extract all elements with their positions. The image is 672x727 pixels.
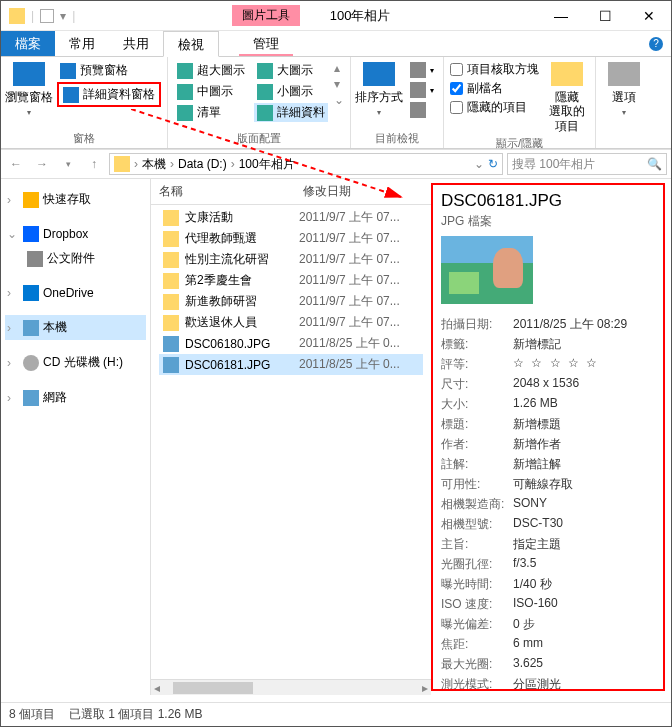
property-value[interactable]: 可離線存取 (513, 476, 573, 493)
file-row[interactable]: 性別主流化研習 2011/9/7 上午 07... (159, 249, 423, 270)
file-row[interactable]: 文康活動 2011/9/7 上午 07... (159, 207, 423, 228)
nav-network[interactable]: ›網路 (5, 385, 146, 410)
property-value[interactable]: 新增註解 (513, 456, 561, 473)
window-controls: — ☐ ✕ (539, 2, 671, 30)
property-value[interactable]: ☆ ☆ ☆ ☆ ☆ (513, 356, 599, 373)
file-row[interactable]: 歡送退休人員 2011/9/7 上午 07... (159, 312, 423, 333)
crumb-folder[interactable]: 100年相片 (239, 156, 295, 173)
properties-icon[interactable] (40, 9, 54, 23)
refresh-icon[interactable]: ↻ (488, 157, 498, 171)
checkboxes-toggle[interactable]: 項目核取方塊 (450, 61, 539, 78)
forward-button[interactable]: → (31, 153, 53, 175)
preview-pane-button[interactable]: 預覽窗格 (57, 61, 161, 80)
qat-chevron-icon[interactable]: ▾ (60, 9, 66, 23)
property-value[interactable]: 6 mm (513, 636, 543, 653)
scrollbar-thumb[interactable] (173, 682, 253, 694)
property-value[interactable]: 2048 x 1536 (513, 376, 579, 393)
property-row: 主旨:指定主題 (441, 534, 655, 554)
tab-file[interactable]: 檔案 (1, 31, 55, 56)
property-row: 可用性:可離線存取 (441, 474, 655, 494)
status-selection: 已選取 1 個項目 1.26 MB (69, 706, 202, 723)
hidden-items-toggle[interactable]: 隱藏的項目 (450, 99, 539, 116)
window-title: 100年相片 (330, 7, 391, 25)
property-value[interactable]: 新增標記 (513, 336, 561, 353)
close-button[interactable]: ✕ (627, 2, 671, 30)
property-key: 曝光時間: (441, 576, 513, 593)
qat-sep2: | (72, 9, 75, 23)
up-button[interactable]: ↑ (83, 153, 105, 175)
property-value[interactable]: 3.625 (513, 656, 543, 673)
property-value[interactable]: 1.26 MB (513, 396, 558, 413)
property-value[interactable]: DSC-T30 (513, 516, 563, 533)
property-key: 拍攝日期: (441, 316, 513, 333)
col-modified[interactable]: 修改日期 (303, 183, 423, 200)
file-row[interactable]: DSC06180.JPG 2011/8/25 上午 0... (159, 333, 423, 354)
small-icons-button[interactable]: 小圖示 (254, 82, 328, 101)
tab-manage[interactable]: 管理 (239, 31, 293, 56)
sort-button[interactable]: 排序方式 ▾ (357, 61, 401, 119)
property-value[interactable]: ISO-160 (513, 596, 558, 613)
crumb-pc[interactable]: 本機 (142, 156, 166, 173)
nav-onedrive[interactable]: ›OneDrive (5, 281, 146, 305)
property-value[interactable]: 2011/8/25 上午 08:29 (513, 316, 627, 333)
horizontal-scrollbar[interactable]: ◂ ▸ (151, 679, 431, 695)
scroll-down-icon[interactable]: ▾ (334, 77, 344, 91)
file-row[interactable]: 代理教師甄選 2011/9/7 上午 07... (159, 228, 423, 249)
size-columns-button[interactable] (407, 101, 437, 119)
breadcrumb[interactable]: › 本機 › Data (D:) › 100年相片 ⌄ ↻ (109, 153, 503, 175)
nav-pane-button[interactable]: 瀏覽窗格 ▾ (7, 61, 51, 119)
file-name: 第2季慶生會 (185, 272, 299, 289)
property-value[interactable]: 分區測光 (513, 676, 561, 692)
file-row[interactable]: 第2季慶生會 2011/9/7 上午 07... (159, 270, 423, 291)
property-value[interactable]: 0 步 (513, 616, 535, 633)
maximize-button[interactable]: ☐ (583, 2, 627, 30)
chevron-down-icon: ▾ (377, 108, 381, 118)
folder-icon (114, 156, 130, 172)
col-name[interactable]: 名稱 (159, 183, 303, 200)
group-by-button[interactable]: ▾ (407, 61, 437, 79)
file-list-body[interactable]: 文康活動 2011/9/7 上午 07... 代理教師甄選 2011/9/7 上… (151, 205, 431, 679)
list-button[interactable]: 清單 (174, 103, 248, 122)
details-view-button[interactable]: 詳細資料 (254, 103, 328, 122)
crumb-drive[interactable]: Data (D:) (178, 157, 227, 171)
property-value[interactable]: 1/40 秒 (513, 576, 552, 593)
tab-view[interactable]: 檢視 (163, 31, 219, 57)
property-value[interactable]: 新增標題 (513, 416, 561, 433)
expand-icon[interactable]: ⌄ (334, 93, 344, 107)
search-input[interactable]: 搜尋 100年相片 🔍 (507, 153, 667, 175)
file-row[interactable]: DSC06181.JPG 2011/8/25 上午 0... (159, 354, 423, 375)
options-button[interactable]: 選項 ▾ (602, 61, 646, 119)
file-row[interactable]: 新進教師研習 2011/9/7 上午 07... (159, 291, 423, 312)
large-icons-button[interactable]: 大圖示 (254, 61, 328, 80)
help-icon[interactable]: ? (649, 37, 663, 51)
medium-icons-button[interactable]: 中圖示 (174, 82, 248, 101)
property-value[interactable]: 新增作者 (513, 436, 561, 453)
property-value[interactable]: SONY (513, 496, 547, 513)
extra-large-icons-button[interactable]: 超大圖示 (174, 61, 248, 80)
tab-share[interactable]: 共用 (109, 31, 163, 56)
extensions-toggle[interactable]: 副檔名 (450, 80, 539, 97)
nav-pc[interactable]: ›本機 (5, 315, 146, 340)
nav-cd[interactable]: ›CD 光碟機 (H:) (5, 350, 146, 375)
nav-attachments[interactable]: 公文附件 (5, 246, 146, 271)
file-date: 2011/9/7 上午 07... (299, 230, 419, 247)
recent-button[interactable]: ▾ (57, 153, 79, 175)
property-value[interactable]: 指定主題 (513, 536, 561, 553)
file-date: 2011/9/7 上午 07... (299, 272, 419, 289)
tab-home[interactable]: 常用 (55, 31, 109, 56)
property-key: 標籤: (441, 336, 513, 353)
back-button[interactable]: ← (5, 153, 27, 175)
details-pane-button[interactable]: 詳細資料窗格 (57, 82, 161, 107)
file-name: DSC06181.JPG (185, 358, 299, 372)
nav-dropbox[interactable]: ⌄Dropbox (5, 222, 146, 246)
scroll-up-icon[interactable]: ▴ (334, 61, 344, 75)
history-chevron-icon[interactable]: ⌄ (474, 157, 484, 171)
file-name: 新進教師研習 (185, 293, 299, 310)
minimize-button[interactable]: — (539, 2, 583, 30)
file-date: 2011/9/7 上午 07... (299, 293, 419, 310)
file-name: DSC06180.JPG (185, 337, 299, 351)
property-value[interactable]: f/3.5 (513, 556, 536, 573)
hide-selected-button[interactable]: 隱藏 選取的項目 (545, 61, 589, 134)
add-columns-button[interactable]: ▾ (407, 81, 437, 99)
nav-quick-access[interactable]: ›快速存取 (5, 187, 146, 212)
